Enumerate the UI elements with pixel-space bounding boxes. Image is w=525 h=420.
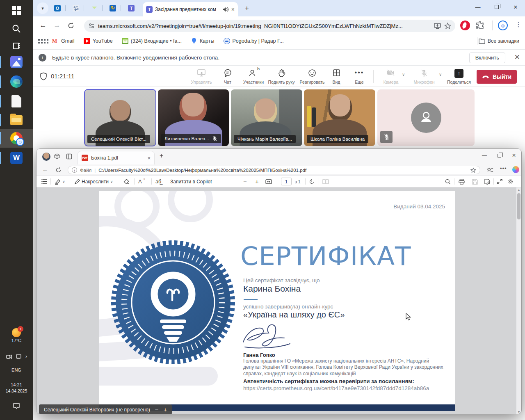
file-info-icon[interactable]: i <box>72 167 77 173</box>
eraser-button[interactable] <box>123 176 130 187</box>
save-button[interactable] <box>472 176 478 187</box>
print-button[interactable] <box>459 176 465 187</box>
profile-button[interactable]: ☺ <box>498 21 508 30</box>
tab-close-icon[interactable]: × <box>231 6 235 13</box>
participant-tile-1[interactable]: Селецький Олексій Вікт... <box>84 89 156 146</box>
control-participants[interactable]: 5 Участники <box>239 68 268 85</box>
scroll-up-icon[interactable]: ▲ <box>517 188 520 192</box>
pdf-settings-button[interactable] <box>507 176 514 187</box>
reload-button[interactable] <box>64 22 78 29</box>
tab-actions-icon[interactable] <box>66 153 72 160</box>
copilot-icon[interactable] <box>512 166 519 173</box>
highlighter-button[interactable]: ∨ <box>55 176 65 187</box>
control-more[interactable]: ••• Еще <box>348 68 371 85</box>
weather-tray-item[interactable]: 1 17°C <box>0 328 33 343</box>
close-button[interactable]: ✕ <box>506 0 525 14</box>
edge-address-field[interactable]: i Файл | C:/Users/Faculty%20of%20Law/Des… <box>68 166 480 174</box>
save-as-button[interactable] <box>484 176 491 187</box>
pdf-tab[interactable]: PDF Бохіна 1.pdf × <box>78 151 155 164</box>
taskbar-edge-app[interactable] <box>0 72 33 91</box>
taskbar-explorer-app[interactable] <box>0 111 33 130</box>
chevron-down-icon[interactable]: ∨ <box>110 180 113 184</box>
taskbar-notepad-app[interactable] <box>0 92 33 111</box>
scrollbar-thumb[interactable] <box>517 193 520 219</box>
pdf-search-button[interactable] <box>445 176 451 187</box>
all-bookmarks-button[interactable]: Все закладки <box>479 38 519 44</box>
extensions-puzzle-icon[interactable] <box>476 21 484 29</box>
back-button[interactable]: ← <box>36 21 50 30</box>
page-number-input[interactable] <box>281 178 292 185</box>
fit-width-button[interactable] <box>265 176 272 187</box>
start-button[interactable] <box>0 2 33 20</box>
page-view-button[interactable] <box>322 176 329 187</box>
chrome-menu-button[interactable]: ⋮ <box>515 21 522 28</box>
share-zoom-out-button[interactable]: − <box>155 406 159 413</box>
meet-now-icon[interactable] <box>6 354 12 360</box>
install-app-icon[interactable] <box>434 23 441 29</box>
pdf-restore-button[interactable] <box>492 149 507 162</box>
participant-tile-5[interactable] <box>377 89 475 146</box>
enable-notifications-button[interactable]: Включить <box>469 52 505 63</box>
bookmark-star-icon[interactable] <box>444 23 451 29</box>
control-camera[interactable]: Камера <box>378 68 404 85</box>
toc-button[interactable] <box>41 176 48 187</box>
control-microphone[interactable]: Микрофон <box>410 68 438 85</box>
fullscreen-button[interactable] <box>497 176 502 187</box>
edge-reload-button[interactable] <box>55 167 62 173</box>
control-view[interactable]: Вид <box>325 68 348 85</box>
extension-red-icon[interactable] <box>460 21 470 30</box>
favorites-list-icon[interactable] <box>487 167 493 173</box>
bookmark-maps[interactable]: Карты <box>191 38 215 44</box>
control-manage[interactable]: Управлять <box>189 68 214 85</box>
edge-favorite-star-icon[interactable] <box>470 167 476 173</box>
mic-options-chevron[interactable]: ∨ <box>439 72 442 77</box>
control-share[interactable]: ↑ Поделиться <box>445 68 472 85</box>
edge-profile-avatar[interactable] <box>42 153 50 161</box>
participant-tile-3[interactable]: Чічкань Марія Валеріїв... <box>231 89 302 146</box>
translate-button[interactable]: аб̲ <box>155 176 161 187</box>
minimize-button[interactable]: — <box>468 0 487 14</box>
leave-button[interactable]: Выйти <box>477 70 517 84</box>
clock[interactable]: 14:21 14.04.2025 <box>0 381 33 394</box>
pinned-tab-2[interactable] <box>73 5 79 11</box>
bookmark-inbox[interactable]: (324) Входящие • fa... <box>122 38 182 44</box>
notification-close-icon[interactable]: ✕ <box>514 53 520 62</box>
new-tab-button[interactable]: + <box>242 4 252 14</box>
language-indicator[interactable]: ENG <box>0 367 33 373</box>
action-center-button[interactable] <box>0 403 33 409</box>
control-raise-hand[interactable]: Поднять руку <box>267 68 296 85</box>
taskbar-search-button[interactable] <box>0 20 33 38</box>
page-number-field[interactable] <box>281 176 292 187</box>
rotate-button[interactable] <box>309 176 315 187</box>
pdf-minimize-button[interactable]: — <box>477 149 492 162</box>
tab-audio-icon[interactable] <box>223 7 229 12</box>
workspaces-icon[interactable] <box>54 153 60 160</box>
control-chat[interactable]: Чат <box>215 68 240 85</box>
active-tab[interactable]: T Засідання предметних ком × <box>143 2 238 16</box>
camera-options-chevron[interactable]: ∨ <box>402 72 405 77</box>
edge-new-tab-button[interactable]: + <box>160 152 163 160</box>
participant-tile-4[interactable]: Школа Поліна Василівна <box>304 89 375 146</box>
pinned-tab-sync[interactable]: ↻ <box>110 5 116 11</box>
address-bar[interactable]: teams.microsoft.com/v2/?meetingjoin=true… <box>84 20 455 32</box>
edge-back-button[interactable]: ← <box>42 166 48 173</box>
bookmark-gmail[interactable]: MGmail <box>52 38 75 44</box>
network-icon[interactable] <box>16 354 22 360</box>
site-settings-icon[interactable] <box>88 23 95 29</box>
chevron-down-icon[interactable]: ∨ <box>62 180 65 184</box>
forward-button[interactable]: → <box>50 21 64 30</box>
taskbar-chrome-app[interactable]: ☺ <box>0 129 33 148</box>
participant-tile-2[interactable]: Литвиненко Вален... <box>158 89 229 146</box>
scroll-down-icon[interactable]: ▼ <box>517 410 520 414</box>
control-react[interactable]: Реагировать <box>297 68 327 85</box>
read-aloud-button[interactable]: A⁾⁾ <box>138 176 145 187</box>
ask-copilot-button[interactable]: Запитати в Copilot <box>170 176 212 187</box>
draw-button[interactable]: Накреслити ∨ <box>74 176 113 187</box>
bookmark-pogoda[interactable]: Pogoda.by | Радар Г... <box>224 38 284 44</box>
bookmark-youtube[interactable]: YouTube <box>84 38 113 44</box>
edge-menu-button[interactable]: ••• <box>500 165 507 171</box>
share-zoom-in-button[interactable]: + <box>164 406 167 413</box>
tray-expand-chevron[interactable]: › <box>25 354 27 360</box>
pdf-tab-close-icon[interactable]: × <box>147 155 151 161</box>
pdf-scrollbar[interactable]: ▲ ▼ <box>516 187 521 414</box>
